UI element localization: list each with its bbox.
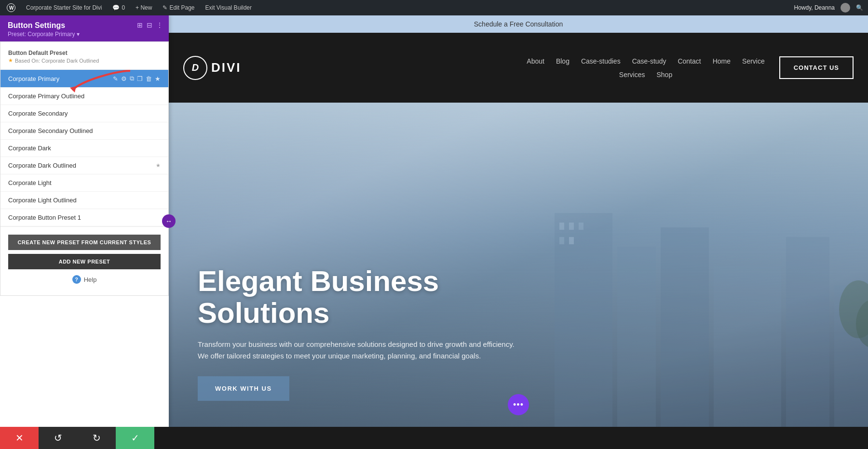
svg-rect-11: [579, 223, 583, 230]
star-preset-icon[interactable]: ★: [156, 162, 161, 169]
announcement-bar: Schedule a Free Consultation: [169, 15, 868, 33]
nav-contact[interactable]: Contact: [678, 57, 701, 65]
svg-rect-9: [559, 223, 564, 230]
preset-item-corporate-light[interactable]: Corporate Light: [0, 174, 168, 192]
save-icon: ✓: [131, 432, 139, 444]
contact-us-button[interactable]: CONTACT US: [779, 56, 854, 79]
site-name-item[interactable]: Corporate Starter Site for Divi: [24, 0, 104, 15]
default-preset-subtitle: ★ Based On: Corporate Dark Outlined: [8, 57, 161, 64]
chevron-down-icon: ▾: [77, 31, 80, 38]
svg-rect-6: [714, 266, 781, 427]
close-icon: ✕: [15, 432, 24, 444]
default-preset-title: Button Default Preset: [8, 50, 161, 56]
hero-content: Elegant Business Solutions Transform you…: [169, 265, 555, 401]
nav-case-study[interactable]: Case-study: [632, 57, 666, 65]
comment-icon: 💬: [112, 4, 120, 11]
redo-button[interactable]: ↻: [77, 427, 116, 449]
edit-page-item[interactable]: ✎ Edit Page: [161, 0, 196, 15]
svg-rect-3: [555, 213, 612, 427]
nav-blog[interactable]: Blog: [556, 57, 570, 65]
avatar[interactable]: [841, 3, 850, 13]
wp-logo-item[interactable]: W: [5, 0, 17, 15]
preset-item-corporate-dark[interactable]: Corporate Dark: [0, 140, 168, 157]
preset-item-corporate-dark-outlined[interactable]: Corporate Dark Outlined ★: [0, 157, 168, 174]
pencil-icon[interactable]: ✎: [113, 75, 118, 82]
new-label: + New: [136, 4, 152, 11]
nav-service[interactable]: Service: [742, 57, 765, 65]
admin-bar: W Corporate Starter Site for Divi 💬 0 + …: [0, 0, 868, 15]
logo-letter: D: [192, 62, 199, 73]
panel-header-icons: ⊞ ⊟ ⋮: [137, 21, 163, 29]
create-preset-button[interactable]: CREATE NEW PRESET FROM CURRENT STYLES: [8, 235, 161, 250]
duplicate-icon[interactable]: ❐: [137, 75, 143, 82]
hero-section: Elegant Business Solutions Transform you…: [169, 103, 868, 427]
bottom-bar-left: ✕ ↺ ↻ ✓: [0, 427, 154, 449]
panel-preset-selector[interactable]: Preset: Corporate Primary ▾: [8, 31, 161, 38]
website-preview: Schedule a Free Consultation D DIVI Abou…: [169, 15, 868, 427]
help-label: Help: [84, 276, 97, 283]
preset-label: Corporate Button Preset 1: [8, 214, 81, 221]
copy-icon[interactable]: ⧉: [130, 75, 134, 82]
preset-label: Corporate Dark Outlined: [8, 162, 76, 169]
exit-builder-item[interactable]: Exit Visual Builder: [203, 0, 254, 15]
nav-about[interactable]: About: [527, 57, 544, 65]
save-button[interactable]: ✓: [116, 427, 154, 449]
star-icon: ★: [8, 57, 13, 64]
svg-rect-7: [786, 237, 829, 427]
nav-shop[interactable]: Shop: [657, 71, 673, 79]
edit-page-label: Edit Page: [169, 4, 194, 11]
nav-services[interactable]: Services: [619, 71, 645, 79]
bottom-bar: ✕ ↺ ↻ ✓: [0, 427, 868, 449]
hero-cta-button[interactable]: WORK WITH US: [198, 376, 289, 401]
comment-item[interactable]: 💬 0: [110, 0, 127, 15]
resize-handle[interactable]: ↔: [162, 214, 176, 228]
panel-footer: CREATE NEW PRESET FROM CURRENT STYLES AD…: [0, 226, 168, 291]
preset-item-corporate-secondary[interactable]: Corporate Secondary: [0, 105, 168, 122]
redo-icon: ↻: [93, 432, 101, 444]
site-name: Corporate Starter Site for Divi: [26, 4, 102, 11]
preset-label: Corporate Light: [8, 179, 52, 186]
preset-item-corporate-secondary-outlined[interactable]: Corporate Secondary Outlined: [0, 122, 168, 140]
preset-item-corporate-primary[interactable]: Corporate Primary ✎ ⚙ ⧉ ❐ 🗑 ★: [0, 70, 168, 88]
star-active-icon[interactable]: ★: [155, 75, 161, 82]
dots-icon: •••: [513, 400, 524, 410]
hero-title: Elegant Business Solutions: [198, 265, 526, 329]
panel-more-icon[interactable]: ⋮: [156, 21, 163, 29]
based-on-label: Based On: Corporate Dark Outlined: [15, 58, 99, 64]
greeting: Howdy, Deanna: [794, 4, 835, 11]
edit-icon: ✎: [163, 4, 167, 11]
panel-grid-icon[interactable]: ⊟: [147, 21, 152, 29]
exit-label: Exit Visual Builder: [205, 4, 252, 11]
logo-icon: D: [183, 56, 207, 80]
nav-home[interactable]: Home: [713, 57, 731, 65]
wp-icon: W: [7, 3, 15, 12]
nav-links: About Blog Case-studies Case-study Conta…: [527, 57, 764, 79]
announcement-text: Schedule a Free Consultation: [474, 20, 563, 28]
preset-label: Corporate Dark: [8, 145, 51, 152]
preset-list: Corporate Primary ✎ ⚙ ⧉ ❐ 🗑 ★ Corporate …: [0, 70, 168, 226]
site-logo: D DIVI: [183, 56, 242, 80]
preset-item-corporate-primary-outlined[interactable]: Corporate Primary Outlined: [0, 88, 168, 105]
close-button[interactable]: ✕: [0, 427, 39, 449]
svg-rect-5: [661, 227, 709, 427]
undo-button[interactable]: ↺: [39, 427, 77, 449]
svg-text:W: W: [9, 5, 14, 11]
preset-label: Corporate Secondary Outlined: [8, 127, 93, 134]
panel-header: Button Settings Preset: Corporate Primar…: [0, 15, 169, 41]
preset-item-corporate-button-preset[interactable]: Corporate Button Preset 1: [0, 209, 168, 226]
trash-icon[interactable]: 🗑: [146, 75, 152, 82]
new-item[interactable]: + New: [134, 0, 154, 15]
panel-preset-label: Preset: Corporate Primary: [8, 31, 75, 38]
preset-item-corporate-light-outlined[interactable]: Corporate Light Outlined: [0, 192, 168, 209]
add-preset-button[interactable]: ADD NEW PRESET: [8, 254, 161, 269]
search-icon[interactable]: 🔍: [856, 4, 863, 11]
panel-layout-icon[interactable]: ⊞: [137, 21, 143, 29]
svg-rect-10: [569, 223, 574, 230]
help-icon: ?: [72, 275, 81, 284]
gear-icon[interactable]: ⚙: [121, 75, 127, 82]
svg-rect-13: [569, 237, 574, 244]
nav-case-studies[interactable]: Case-studies: [581, 57, 621, 65]
admin-bar-right: Howdy, Deanna 🔍: [794, 3, 864, 13]
help-link[interactable]: ? Help: [8, 275, 161, 284]
site-nav: D DIVI About Blog Case-studies Case-stud…: [169, 33, 868, 103]
